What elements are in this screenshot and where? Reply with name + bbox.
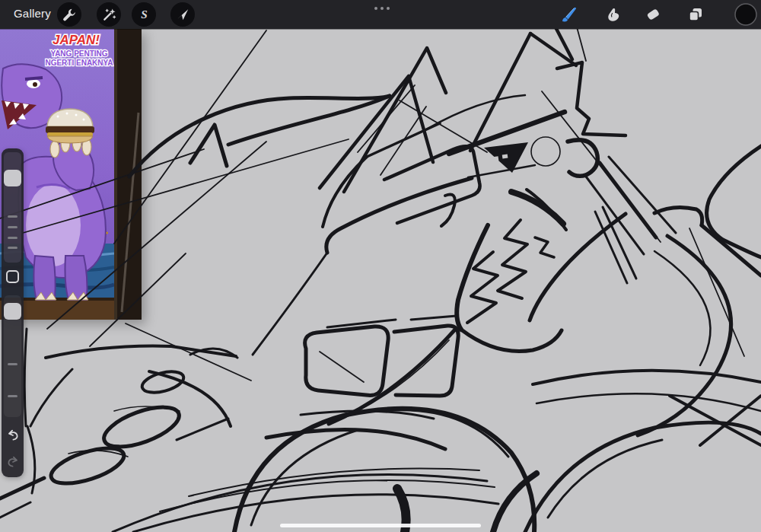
opacity-tick bbox=[8, 395, 18, 397]
redo-icon[interactable] bbox=[6, 455, 20, 469]
gallery-button[interactable]: Gallery bbox=[14, 7, 51, 20]
modify-button[interactable] bbox=[6, 270, 19, 283]
brush-sidebar bbox=[2, 148, 24, 477]
smudge-finger-icon bbox=[605, 6, 622, 23]
selection-button[interactable]: S bbox=[132, 2, 156, 27]
top-toolbar: Gallery S bbox=[0, 0, 761, 29]
magic-wand-icon bbox=[102, 8, 116, 22]
reference-subtitle-2: NGERTI ENAKNYA bbox=[45, 59, 113, 67]
color-swatch-circle bbox=[734, 2, 758, 27]
svg-text:S: S bbox=[141, 8, 147, 21]
color-button[interactable] bbox=[734, 2, 758, 27]
layers-button[interactable] bbox=[686, 5, 705, 24]
actions-button[interactable] bbox=[57, 2, 81, 27]
erase-tool-button[interactable] bbox=[644, 5, 662, 24]
eraser-icon bbox=[645, 6, 661, 23]
reference-subtitle-1: YANG PENTING bbox=[50, 49, 107, 58]
multitask-dots-icon[interactable] bbox=[374, 7, 390, 10]
paint-tool-button[interactable] bbox=[559, 5, 578, 24]
transform-button[interactable] bbox=[170, 2, 195, 27]
photo-frame-edge bbox=[114, 29, 142, 320]
size-tick bbox=[8, 247, 18, 249]
reference-title: JAPAN! bbox=[53, 33, 100, 47]
transform-arrow-icon bbox=[176, 8, 189, 21]
smudge-tool-button[interactable] bbox=[604, 5, 622, 24]
brush-opacity-handle[interactable] bbox=[4, 303, 21, 320]
size-tick bbox=[8, 226, 18, 228]
layers-icon bbox=[687, 6, 704, 23]
procreate-window: JAPAN! YANG PENTING NGERTI ENAKNYA bbox=[0, 0, 761, 532]
brush-size-handle[interactable] bbox=[4, 170, 21, 186]
adjustments-button[interactable] bbox=[97, 2, 121, 27]
opacity-tick bbox=[8, 363, 18, 365]
home-indicator[interactable] bbox=[280, 524, 481, 527]
paintbrush-icon bbox=[559, 5, 578, 24]
size-tick bbox=[8, 237, 18, 239]
burger bbox=[46, 109, 94, 143]
wrench-icon bbox=[62, 8, 77, 22]
size-tick bbox=[8, 215, 18, 218]
selection-s-icon: S bbox=[137, 8, 151, 22]
undo-icon[interactable] bbox=[6, 428, 20, 442]
